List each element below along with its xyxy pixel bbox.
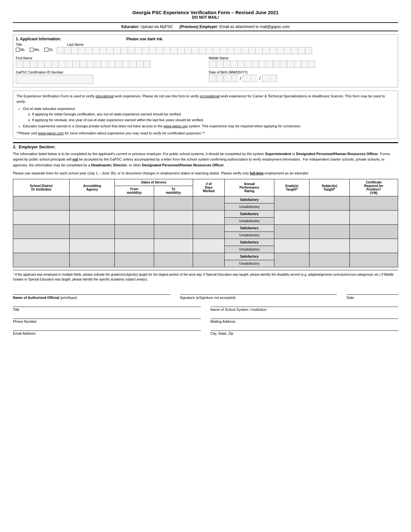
- sig-row-1: Name of Authorized Official (print/type)…: [13, 288, 398, 300]
- sub-bullet-1b: o If applying for renewal, one year of o…: [28, 117, 395, 123]
- info-section: The Experience Verification Form is used…: [13, 91, 398, 139]
- unsatisfactory-cell: Unsatisfactory: [225, 232, 274, 239]
- section2-employer: 2. Employer Section: The information lis…: [13, 142, 398, 282]
- date-label: Date: [347, 296, 398, 300]
- table-row[interactable]: [70, 239, 115, 253]
- table-row[interactable]: [70, 253, 115, 267]
- page-header: Georgia PSC Experience Verification Form…: [13, 10, 398, 20]
- table-row[interactable]: [274, 196, 309, 210]
- table-row[interactable]: [309, 253, 349, 267]
- table-row[interactable]: [115, 239, 154, 253]
- table-row[interactable]: [70, 196, 115, 210]
- table-row[interactable]: [13, 210, 70, 224]
- table-row[interactable]: [349, 224, 398, 239]
- mailing-field: Mailing Address: [210, 317, 398, 323]
- table-row[interactable]: [193, 224, 224, 239]
- title-checkboxes: Mr. Ms. Dr.: [16, 48, 54, 52]
- city-field: City, State, Zip: [210, 329, 398, 335]
- satisfactory-cell: Satisfactory: [225, 224, 274, 232]
- employer-label: (Previous) Employer:: [180, 25, 219, 29]
- col-grades: Grade(s)Taught*: [274, 179, 309, 196]
- title-sig-field: Title: [13, 305, 201, 311]
- table-row[interactable]: [115, 210, 154, 224]
- title-label: Title: [16, 43, 22, 46]
- unsatisfactory-cell: Unsatisfactory: [225, 246, 274, 253]
- table-row[interactable]: [274, 210, 309, 224]
- cert-id-input[interactable]: [16, 75, 93, 84]
- table-row[interactable]: [349, 239, 398, 253]
- satisfactory-cell: Satisfactory: [225, 196, 274, 203]
- last-name-cells[interactable]: [57, 47, 395, 54]
- table-row[interactable]: [13, 196, 70, 210]
- employer-email[interactable]: mail@gapsc.com: [260, 25, 289, 29]
- dob-cells[interactable]: / /: [209, 75, 396, 82]
- middle-name-label: Middle Name: [209, 56, 396, 60]
- educator-instruction: Upload via MyPSC: [141, 25, 173, 29]
- table-row[interactable]: [154, 224, 193, 239]
- table-row[interactable]: [70, 224, 115, 239]
- table-row[interactable]: [154, 210, 193, 224]
- ms-checkbox[interactable]: Ms.: [30, 48, 40, 52]
- table-row[interactable]: [274, 224, 309, 239]
- table-row[interactable]: [309, 196, 349, 210]
- please-dark-ink: Please use dark ink.: [61, 37, 228, 41]
- table-row[interactable]: [349, 210, 398, 224]
- email-label: Email Address: [13, 331, 201, 335]
- phone-field: Phone Number: [13, 317, 201, 323]
- city-label: City, State, Zip: [210, 331, 398, 335]
- last-name-label: Last Name: [67, 43, 83, 46]
- school-system-field: Name of School System / Institution: [210, 305, 398, 311]
- email-field: Email Address: [13, 329, 201, 335]
- sig-row-3: Phone Number Mailing Address: [13, 317, 398, 323]
- table-row[interactable]: [349, 196, 398, 210]
- table-row[interactable]: [115, 224, 154, 239]
- table-row[interactable]: [274, 253, 309, 267]
- table-row[interactable]: [13, 224, 70, 239]
- table-row[interactable]: [154, 253, 193, 267]
- info-intro: The Experience Verification Form is used…: [16, 94, 395, 104]
- table-row[interactable]: [349, 253, 398, 267]
- first-name-cells[interactable]: [16, 61, 202, 68]
- table-row[interactable]: [193, 239, 224, 253]
- col-from: Frommm/dd/yy: [115, 186, 154, 196]
- col-days-worked: # ofDaysWorked: [193, 179, 224, 196]
- signature-field: Signature (eSigniture not accepted): [180, 288, 337, 300]
- unsatisfactory-cell: Unsatisfactory: [225, 217, 274, 224]
- school-system-label: Name of School System / Institution: [210, 308, 398, 311]
- table-row[interactable]: [13, 253, 70, 267]
- first-name-label: First Name: [16, 56, 202, 60]
- table-row[interactable]: [154, 239, 193, 253]
- table-row[interactable]: [309, 224, 349, 239]
- table-row[interactable]: [193, 253, 224, 267]
- table-row[interactable]: [13, 239, 70, 253]
- authorized-official-label: Name of Authorized Official (print/type): [13, 296, 170, 300]
- section2-paragraph: The information listed below is to be co…: [13, 151, 398, 168]
- table-row[interactable]: [309, 210, 349, 224]
- table-row[interactable]: [274, 239, 309, 253]
- educator-label: Educator:: [122, 25, 140, 29]
- col-subjects: Subject(s)Taught*: [309, 179, 349, 196]
- col-certificate: CertificateRequired forPosition?(Y/N): [349, 179, 398, 196]
- table-row[interactable]: [115, 196, 154, 210]
- col-accrediting: AccreditingAgency: [70, 179, 115, 196]
- dr-checkbox[interactable]: Dr.: [44, 48, 54, 52]
- table-row[interactable]: [115, 253, 154, 267]
- col-school-district: School DistrictOr Institution: [13, 179, 70, 196]
- satisfactory-cell: Satisfactory: [225, 210, 274, 217]
- unsatisfactory-cell: Unsatisfactory: [225, 260, 274, 267]
- table-row[interactable]: [154, 196, 193, 210]
- table-row[interactable]: [193, 196, 224, 210]
- mr-checkbox[interactable]: Mr.: [16, 48, 25, 52]
- educator-line: Educator: Upload via MyPSC (Previous) Em…: [13, 22, 398, 31]
- unsatisfactory-cell: Unsatisfactory: [225, 203, 274, 210]
- table-footnote: * If the applicant was employed in multi…: [13, 270, 398, 282]
- satisfactory-cell: Satisfactory: [225, 253, 274, 260]
- table-row[interactable]: [70, 210, 115, 224]
- mailing-label: Mailing Address: [210, 320, 398, 323]
- table-row[interactable]: [309, 239, 349, 253]
- table-row[interactable]: [193, 210, 224, 224]
- satisfactory-cell: Satisfactory: [225, 239, 274, 246]
- middle-name-cells[interactable]: [209, 61, 396, 68]
- sub-bullet-1a: o If applying for initial Georgia certif…: [28, 112, 395, 117]
- phone-label: Phone Number: [13, 320, 201, 323]
